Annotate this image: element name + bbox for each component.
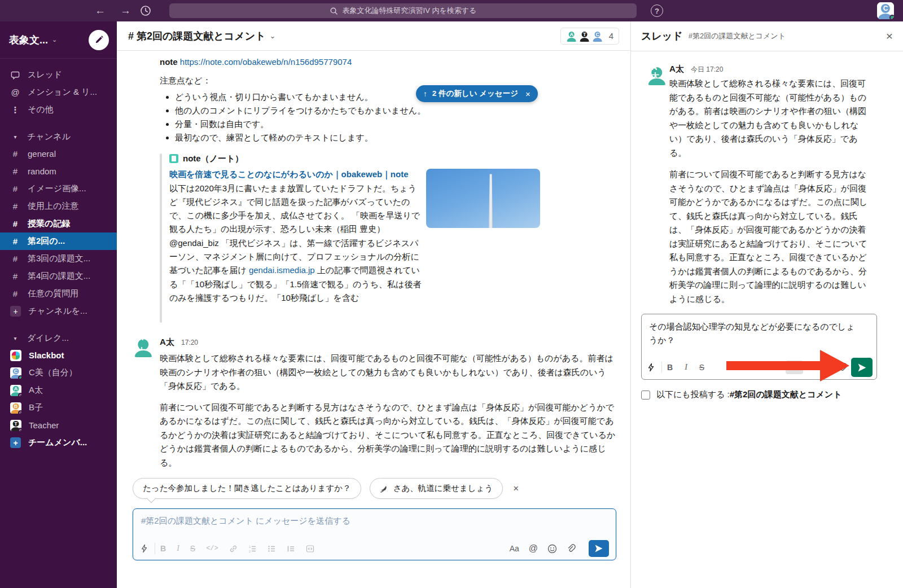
- link-preview-title[interactable]: 映画を倍速で見ることのなにがわるいのか｜obakeweb｜note: [169, 168, 422, 182]
- offline-dot: [18, 428, 21, 431]
- bulleted-list-icon[interactable]: [268, 545, 276, 553]
- message-author[interactable]: A太: [669, 64, 684, 73]
- dm-label: Teacher: [29, 420, 59, 430]
- message-author[interactable]: A太: [160, 337, 174, 346]
- message-timestamp[interactable]: 17:20: [181, 339, 198, 346]
- sidebar-dm-b[interactable]: B B子: [0, 399, 117, 416]
- sidebar-item-threads[interactable]: スレッド: [0, 66, 117, 84]
- note-url-link[interactable]: https://note.com/obakeweb/n/n156d9577907…: [180, 57, 352, 67]
- sidebar-dm-a[interactable]: A A太: [0, 381, 117, 399]
- new-message-button[interactable]: [89, 30, 109, 50]
- code-block-icon[interactable]: [306, 545, 314, 553]
- close-icon[interactable]: ×: [513, 483, 519, 494]
- channel-title[interactable]: # 第2回の課題文献とコメント: [128, 29, 266, 43]
- sidebar-channel-usage-notes[interactable]: #使用上の注意: [0, 198, 117, 215]
- attach-paperclip-icon[interactable]: [567, 544, 576, 554]
- search-input[interactable]: 表象文化論特殊研究演習IV 内を検索する: [169, 3, 637, 18]
- sidebar-channel-general[interactable]: #general: [0, 145, 117, 163]
- bold-button[interactable]: B: [160, 544, 166, 553]
- avatar[interactable]: A太: [647, 65, 667, 85]
- sidebar-channel-images[interactable]: #イメージ画像...: [0, 180, 117, 198]
- message: A太 A太 17:20 映画体験として総称される様々な要素には、回復可能であるも…: [160, 335, 617, 469]
- send-reply-button[interactable]: [851, 358, 873, 377]
- section-label: チャンネル: [27, 131, 71, 142]
- avatar: A: [10, 385, 21, 396]
- rocket-icon: [380, 484, 389, 493]
- avatar[interactable]: A太: [133, 337, 154, 357]
- shortcuts-bolt-icon[interactable]: [647, 363, 655, 372]
- add-channel-button[interactable]: +チャンネルを...: [0, 302, 117, 320]
- chevron-down-icon: ⌄: [52, 36, 57, 43]
- blockquote-icon[interactable]: [287, 545, 295, 553]
- workspace-header[interactable]: 表象文... ⌄: [0, 21, 117, 59]
- hash-icon: #: [10, 236, 20, 246]
- sidebar-dm-slackbot[interactable]: Slackbot: [0, 346, 117, 364]
- strikethrough-button[interactable]: S: [699, 363, 704, 372]
- shortcuts-bolt-icon[interactable]: [140, 544, 148, 553]
- suggestion-label: たった今参加しました！聞き逃したことはありますか？: [143, 483, 351, 494]
- link-preview-image[interactable]: [426, 169, 540, 228]
- show-formatting-button[interactable]: Aa: [786, 361, 803, 374]
- avatar: T: [579, 30, 590, 42]
- suggestion-pill-2[interactable]: さあ、軌道に乗せましょう: [370, 478, 503, 499]
- channel-label: 授業の記録: [28, 218, 70, 229]
- link-preview-description: 以下は2020年3月に書いたまま放置していたドラフトだ。ちょうど『現代ビジネス』…: [169, 182, 422, 305]
- strikethrough-button[interactable]: S: [190, 544, 195, 553]
- sidebar-channel-questions[interactable]: #任意の質問用: [0, 285, 117, 302]
- sidebar-item-mentions[interactable]: @ メンション & リ...: [0, 84, 117, 101]
- dm-section-header[interactable]: ▾ ダイレク...: [0, 330, 117, 346]
- ordered-list-icon[interactable]: 12: [248, 545, 257, 553]
- divider: [661, 362, 662, 373]
- hash-icon: #: [10, 184, 20, 194]
- channel-label: random: [28, 166, 56, 176]
- italic-button[interactable]: I: [685, 363, 687, 372]
- sidebar-channel-session3[interactable]: #第3回の課題文...: [0, 250, 117, 267]
- member-count-button[interactable]: A T C 4: [560, 28, 619, 45]
- help-button[interactable]: ?: [651, 5, 663, 17]
- history-forward-icon[interactable]: →: [120, 5, 131, 17]
- add-teammates-button[interactable]: + チームメンバ...: [0, 434, 117, 451]
- close-icon[interactable]: ×: [525, 89, 531, 99]
- attach-paperclip-icon[interactable]: [838, 363, 847, 372]
- emoji-icon[interactable]: [547, 544, 557, 554]
- history-clock-icon[interactable]: [140, 5, 151, 16]
- sidebar-channel-random[interactable]: #random: [0, 163, 117, 180]
- close-icon[interactable]: ×: [886, 29, 893, 43]
- workspace-name: 表象文...: [9, 33, 48, 47]
- mention-button[interactable]: @: [529, 543, 538, 554]
- link-icon[interactable]: [229, 545, 238, 553]
- new-messages-banner[interactable]: ↑ 2 件の新しい メッセージ ×: [416, 85, 538, 102]
- suggestion-pill-1[interactable]: たった今参加しました！聞き逃したことはありますか？: [133, 478, 361, 499]
- history-back-icon[interactable]: ←: [95, 5, 106, 17]
- sidebar-channel-session4[interactable]: #第4回の課題文...: [0, 267, 117, 285]
- sidebar-channel-session2-active[interactable]: #第2回の...: [0, 232, 117, 250]
- thread-body: A太 A太 今日 17:20 映画体験として総称される様々な要素には、回復可能で…: [631, 51, 903, 588]
- sidebar-channel-class-records[interactable]: #授業の記録: [0, 215, 117, 232]
- avatar: B: [10, 402, 21, 414]
- caret-down-icon: ▾: [10, 134, 20, 140]
- dm-label: Slackbot: [29, 350, 64, 360]
- sidebar-dm-teacher[interactable]: T Teacher: [0, 416, 117, 434]
- thread-channel-name[interactable]: #第2回の課題文献とコメント: [689, 31, 786, 41]
- add-teammates-label: チームメンバ...: [28, 437, 87, 448]
- thread-message: A太 A太 今日 17:20 映画体験として総称される様々な要素には、回復可能で…: [669, 64, 892, 306]
- gendai-link[interactable]: gendai.ismedia.jp: [249, 265, 315, 275]
- avatar: C: [592, 30, 603, 42]
- also-send-checkbox[interactable]: [641, 390, 650, 400]
- bold-button[interactable]: B: [667, 363, 673, 372]
- send-button[interactable]: [589, 540, 609, 557]
- code-button[interactable]: </>: [206, 545, 218, 552]
- user-avatar[interactable]: C: [877, 2, 894, 19]
- channel-label: 使用上の注意: [28, 201, 78, 212]
- show-formatting-button[interactable]: Aa: [510, 544, 519, 553]
- sidebar-item-more[interactable]: ⋮ その他: [0, 101, 117, 119]
- thread-reply-composer[interactable]: その場合認知心理学の知見などが必要になるのでしょうか？ B I S Aa: [641, 314, 877, 380]
- message-composer[interactable]: #第2回の課題文献とコメント にメッセージを送信する B I S </> 12: [133, 508, 616, 560]
- message-timestamp[interactable]: 今日 17:20: [691, 65, 723, 73]
- provider-name: note（ノート）: [183, 152, 243, 165]
- sidebar-dm-self[interactable]: C C美（自分）: [0, 364, 117, 381]
- channels-section-header[interactable]: ▾ チャンネル: [0, 128, 117, 145]
- offline-dot: [18, 410, 21, 414]
- bullet-list: どういう視点・切り口から書いてもかまいません。 他の人のコメントにリプライをつけ…: [160, 90, 617, 144]
- italic-button[interactable]: I: [177, 544, 179, 553]
